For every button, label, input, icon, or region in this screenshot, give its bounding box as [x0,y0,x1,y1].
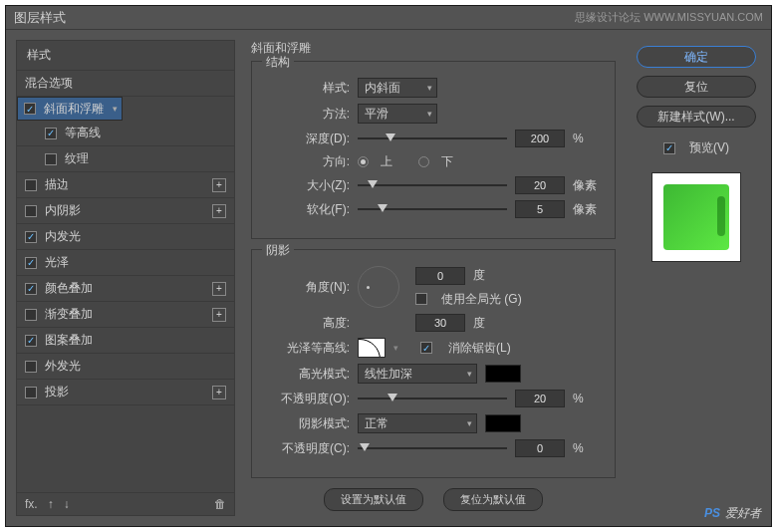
cancel-button[interactable]: 复位 [637,76,756,98]
new-style-button[interactable]: 新建样式(W)... [637,106,756,128]
style-checkbox[interactable] [45,128,57,139]
shadow-opacity-input[interactable] [515,439,565,457]
size-label: 大小(Z): [264,177,350,194]
technique-label: 方法: [264,106,350,123]
add-icon[interactable]: + [212,282,226,296]
style-checkbox[interactable] [25,309,37,321]
trash-icon[interactable]: 🗑 [214,497,226,511]
reset-default-button[interactable]: 复位为默认值 [443,488,543,511]
style-checkbox[interactable] [25,205,37,217]
depth-input[interactable] [515,130,565,147]
add-icon[interactable]: + [212,178,226,192]
attribution-text: 思缘设计论坛 WWW.MISSYUAN.COM [575,10,763,25]
style-checkbox[interactable] [25,283,37,295]
style-label: 斜面和浮雕 [44,101,104,118]
style-item-5[interactable]: 内发光 [17,224,234,250]
highlight-color-swatch[interactable] [485,365,521,383]
structure-group: 结构 样式: 内斜面 方法: 平滑 深度(D): % 方向: 上 [251,61,616,239]
altitude-label: 高度: [264,315,350,332]
direction-up-radio[interactable] [358,156,369,167]
size-slider[interactable] [358,178,507,192]
style-item-8[interactable]: 渐变叠加+ [17,302,234,328]
style-item-7[interactable]: 颜色叠加+ [17,276,234,302]
style-checkbox[interactable] [24,103,36,115]
style-item-10[interactable]: 外发光 [17,354,234,380]
style-label: 渐变叠加 [45,306,93,323]
layer-style-dialog: 图层样式 思缘设计论坛 WWW.MISSYUAN.COM 样式 混合选项 斜面和… [5,5,772,527]
fx-icon[interactable]: fx. [25,497,38,511]
gloss-contour-picker[interactable] [358,338,386,358]
style-label: 样式: [264,80,350,97]
style-label: 内阴影 [45,202,81,219]
highlight-opacity-input[interactable] [515,390,565,407]
settings-panel: 斜面和浮雕 结构 样式: 内斜面 方法: 平滑 深度(D): % [235,40,632,516]
style-item-3[interactable]: 描边+ [17,172,234,198]
section-title: 斜面和浮雕 [251,40,616,57]
shadow-opacity-label: 不透明度(C): [264,440,350,457]
technique-select[interactable]: 平滑 [358,104,437,124]
shading-group: 阴影 角度(N): 度 使用全局光 (G) [251,249,616,478]
style-label: 等高线 [65,125,101,141]
style-item-1[interactable]: 等高线 [17,121,234,146]
preview-label: 预览(V) [689,139,729,156]
gloss-contour-label: 光泽等高线: [264,340,350,357]
styles-header: 样式 [17,41,234,71]
styles-panel: 样式 混合选项 斜面和浮雕等高线纹理描边+内阴影+内发光光泽颜色叠加+渐变叠加+… [16,40,235,516]
shading-legend: 阴影 [262,242,294,259]
depth-slider[interactable] [358,132,507,145]
style-checkbox[interactable] [25,335,37,347]
style-label: 颜色叠加 [45,280,93,297]
titlebar: 图层样式 思缘设计论坛 WWW.MISSYUAN.COM [6,6,771,30]
style-checkbox[interactable] [25,231,37,243]
style-checkbox[interactable] [25,257,37,269]
shadow-mode-select[interactable]: 正常 [358,413,477,433]
direction-label: 方向: [264,153,350,170]
global-light-checkbox[interactable] [415,293,427,305]
angle-picker[interactable] [358,266,399,308]
arrow-down-icon[interactable]: ↓ [64,497,70,511]
altitude-input[interactable] [415,314,465,332]
style-checkbox[interactable] [45,153,57,165]
highlight-opacity-slider[interactable] [358,392,507,405]
style-label: 纹理 [65,150,89,167]
style-label: 内发光 [45,228,81,245]
add-icon[interactable]: + [212,386,226,399]
make-default-button[interactable]: 设置为默认值 [324,488,423,511]
add-icon[interactable]: + [212,204,226,218]
arrow-up-icon[interactable]: ↑ [48,497,54,511]
action-panel: 确定 复位 新建样式(W)... 预览(V) [632,40,761,516]
style-label: 投影 [45,384,69,400]
style-item-9[interactable]: 图案叠加 [17,328,234,354]
shadow-mode-label: 阴影模式: [264,415,350,432]
style-checkbox[interactable] [25,361,37,373]
style-select[interactable]: 内斜面 [358,78,437,98]
style-item-4[interactable]: 内阴影+ [17,198,234,224]
angle-label: 角度(N): [264,279,350,296]
style-item-6[interactable]: 光泽 [17,250,234,276]
style-checkbox[interactable] [25,387,37,399]
style-checkbox[interactable] [25,179,37,191]
soften-input[interactable] [515,200,565,218]
preview-checkbox[interactable] [663,142,675,154]
highlight-mode-select[interactable]: 线性加深 [358,364,477,384]
direction-down-radio[interactable] [418,156,429,167]
angle-input[interactable] [415,267,465,285]
size-input[interactable] [515,176,565,194]
add-icon[interactable]: + [212,308,226,322]
preview-thumbnail [651,172,741,262]
watermark: PS 爱好者 [704,501,761,522]
style-item-0[interactable]: 斜面和浮雕 [17,97,123,121]
soften-slider[interactable] [358,202,507,216]
style-label: 描边 [45,176,69,193]
highlight-mode-label: 高光模式: [264,366,350,383]
structure-legend: 结构 [262,54,294,71]
style-label: 外发光 [45,358,81,375]
style-item-2[interactable]: 纹理 [17,146,234,172]
style-item-11[interactable]: 投影+ [17,380,234,405]
blending-options[interactable]: 混合选项 [17,71,234,97]
shadow-color-swatch[interactable] [485,414,521,432]
shadow-opacity-slider[interactable] [358,441,507,455]
ok-button[interactable]: 确定 [637,46,756,68]
antialias-checkbox[interactable] [420,342,432,354]
dialog-title: 图层样式 [14,9,66,27]
